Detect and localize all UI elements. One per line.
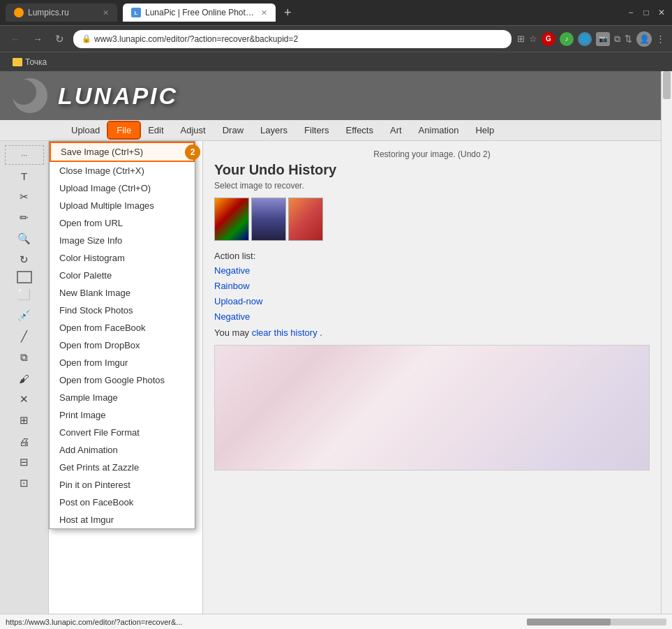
tool-eyedropper[interactable]: 💉 bbox=[13, 306, 36, 325]
tool-scissors[interactable]: ✂ bbox=[13, 187, 36, 207]
dropdown-upload-multiple[interactable]: Upload Multiple Images bbox=[50, 197, 195, 214]
tab-lunapic[interactable]: L LunaPic | Free Online Photo Edit... ✕ bbox=[123, 3, 276, 22]
minimize-button[interactable]: − bbox=[626, 8, 636, 17]
extension-3[interactable]: 🌐 bbox=[578, 32, 592, 46]
tool-layer[interactable]: ⊞ bbox=[13, 410, 36, 430]
tool-line[interactable]: ╱ bbox=[13, 327, 36, 346]
tool-eraser[interactable]: ⬜ bbox=[13, 285, 36, 304]
dropdown-open-google[interactable]: Open from Google Photos bbox=[50, 371, 195, 389]
tool-select[interactable]: ··· bbox=[5, 145, 44, 165]
bookmarks-bar: Точка bbox=[0, 52, 672, 71]
action-negative-2[interactable]: Negative bbox=[214, 309, 650, 325]
dropdown-get-prints[interactable]: Get Prints at Zazzle bbox=[50, 459, 195, 476]
action-negative-1[interactable]: Negative bbox=[214, 263, 650, 279]
nav-layers[interactable]: Layers bbox=[252, 122, 296, 138]
tool-copy[interactable]: ⧉ bbox=[13, 348, 36, 367]
favicon-lumpics bbox=[14, 8, 24, 17]
main-panel: 2 Save Image (Ctrl+S) Close Image (Ctrl+… bbox=[49, 141, 672, 614]
nav-filters[interactable]: Filters bbox=[296, 122, 337, 138]
nav-animation[interactable]: Animation bbox=[410, 122, 468, 138]
extension-1[interactable]: G bbox=[542, 32, 555, 46]
dropdown-color-palette[interactable]: Color Palette bbox=[50, 267, 195, 284]
extensions-icon[interactable]: ⧉ bbox=[614, 34, 620, 45]
translate-icon[interactable]: ⊞ bbox=[517, 34, 525, 44]
nav-art[interactable]: Art bbox=[382, 122, 410, 138]
tool-zoom[interactable]: 🔍 bbox=[13, 229, 36, 249]
tool-text[interactable]: T bbox=[13, 166, 36, 186]
forward-button[interactable]: → bbox=[29, 32, 46, 46]
tool-rotate[interactable]: ↻ bbox=[13, 250, 36, 269]
action-list-label: Action list: bbox=[214, 251, 650, 261]
nav-menu: Upload File Edit Adjust Draw Layers Filt… bbox=[0, 120, 672, 141]
dropdown-convert[interactable]: Convert File Format bbox=[50, 424, 195, 441]
dropdown-color-histogram[interactable]: Color Histogram bbox=[50, 249, 195, 267]
logo-moon bbox=[11, 77, 50, 115]
clear-history-link[interactable]: clear this history bbox=[252, 327, 318, 338]
dropdown-print[interactable]: Print Image bbox=[50, 406, 195, 424]
badge-2: 2 bbox=[185, 145, 200, 160]
restore-button[interactable]: □ bbox=[641, 8, 651, 17]
tool-pencil[interactable]: ✏ bbox=[13, 208, 36, 228]
tool-grid[interactable]: ⊟ bbox=[13, 452, 36, 472]
dropdown-open-imgur[interactable]: Open from Imgur bbox=[50, 354, 195, 371]
back-button[interactable]: ← bbox=[7, 32, 24, 46]
thumb-2[interactable] bbox=[251, 198, 286, 241]
tab-lunapic-close[interactable]: ✕ bbox=[261, 8, 267, 17]
thumb-1[interactable] bbox=[214, 198, 249, 241]
dropdown-image-size[interactable]: Image Size Info bbox=[50, 232, 195, 249]
dropdown-save-image[interactable]: 2 Save Image (Ctrl+S) bbox=[50, 142, 195, 162]
undo-thumbnails bbox=[214, 198, 650, 241]
nav-file[interactable]: File bbox=[108, 122, 140, 138]
nav-effects[interactable]: Effects bbox=[337, 122, 382, 138]
dropdown-add-animation[interactable]: Add Animation bbox=[50, 441, 195, 459]
tool-x[interactable]: ✕ bbox=[13, 390, 36, 409]
tab-lumpics-close[interactable]: ✕ bbox=[103, 8, 109, 17]
dropdown-find-stock[interactable]: Find Stock Photos bbox=[50, 302, 195, 319]
tool-fill[interactable]: 🖌 bbox=[13, 369, 36, 388]
thumb-3[interactable] bbox=[288, 198, 323, 241]
status-scrollbar-thumb[interactable] bbox=[527, 619, 611, 626]
title-bar: Lumpics.ru ✕ L LunaPic | Free Online Pho… bbox=[0, 0, 672, 25]
app-area: LUNAPIC Upload File Edit Adjust Draw Lay… bbox=[0, 71, 672, 614]
nav-draw[interactable]: Draw bbox=[214, 122, 252, 138]
tool-misc[interactable]: ⊡ bbox=[13, 473, 36, 493]
dropdown-open-dropbox[interactable]: Open from DropBox bbox=[50, 336, 195, 354]
dropdown-close-image[interactable]: Close Image (Ctrl+X) bbox=[50, 162, 195, 179]
scrollbar-thumb[interactable] bbox=[663, 71, 671, 99]
extension-2[interactable]: ♪ bbox=[560, 32, 574, 46]
close-button[interactable]: ✕ bbox=[657, 8, 666, 17]
tool-rect[interactable] bbox=[17, 271, 32, 283]
extension-4[interactable]: 📷 bbox=[596, 32, 610, 46]
new-tab-button[interactable]: + bbox=[284, 6, 292, 19]
scroll-area: LUNAPIC Upload File Edit Adjust Draw Lay… bbox=[0, 71, 672, 614]
period: . bbox=[320, 327, 322, 338]
profile-icon[interactable]: 👤 bbox=[636, 31, 652, 47]
address-input[interactable]: 🔒 www3.lunapic.com/editor/?action=recove… bbox=[73, 30, 512, 48]
image-area bbox=[214, 345, 650, 471]
dropdown-pin-pinterest[interactable]: Pin it on Pinterest bbox=[50, 476, 195, 494]
address-icons: ⊞ ☆ G ♪ 🌐 📷 ⧉ ⇅ 👤 ⋮ bbox=[517, 31, 665, 47]
star-icon[interactable]: ☆ bbox=[529, 34, 537, 44]
dropdown-sample[interactable]: Sample Image bbox=[50, 389, 195, 406]
reload-button[interactable]: ↻ bbox=[52, 31, 68, 47]
action-upload-now[interactable]: Upload-now bbox=[214, 294, 650, 309]
tool-print[interactable]: 🖨 bbox=[13, 431, 36, 451]
dropdown-upload-image[interactable]: Upload Image (Ctrl+O) bbox=[50, 179, 195, 197]
dropdown-new-blank[interactable]: New Blank Image bbox=[50, 284, 195, 302]
menu-icon[interactable]: ⋮ bbox=[656, 34, 665, 44]
dropdown-open-facebook[interactable]: Open from FaceBook bbox=[50, 319, 195, 336]
nav-adjust[interactable]: Adjust bbox=[172, 122, 214, 138]
nav-edit[interactable]: Edit bbox=[140, 122, 172, 138]
nav-help[interactable]: Help bbox=[467, 122, 502, 138]
svg-point-1 bbox=[11, 80, 36, 105]
action-rainbow[interactable]: Rainbow bbox=[214, 279, 650, 294]
sync-icon[interactable]: ⇅ bbox=[625, 34, 632, 44]
scrollbar-vertical[interactable] bbox=[661, 71, 672, 614]
tab-lumpics[interactable]: Lumpics.ru ✕ bbox=[6, 3, 117, 22]
dropdown-post-facebook[interactable]: Post on FaceBook bbox=[50, 494, 195, 511]
nav-upload[interactable]: Upload bbox=[63, 122, 108, 138]
dropdown-open-url[interactable]: Open from URL bbox=[50, 214, 195, 232]
bookmark-tochka[interactable]: Точка bbox=[7, 56, 52, 68]
dropdown-host-imgur[interactable]: Host at Imgur bbox=[50, 511, 195, 528]
status-scrollbar[interactable] bbox=[527, 619, 666, 626]
